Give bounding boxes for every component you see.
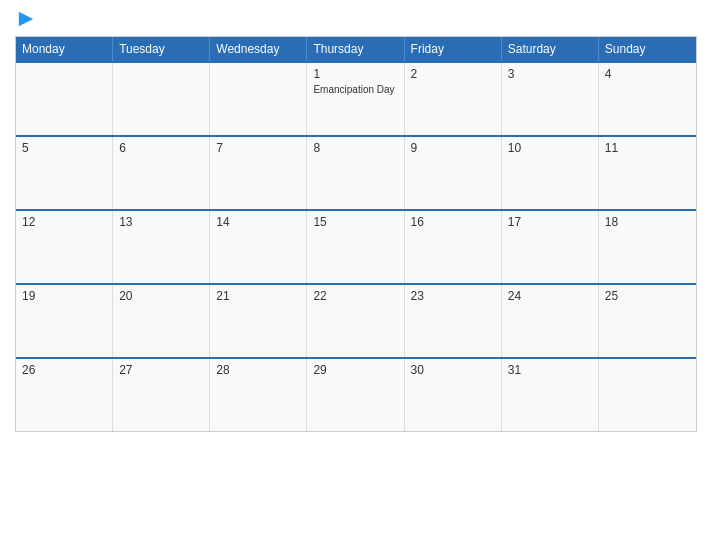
day-cell — [599, 359, 696, 431]
day-cell: 1Emancipation Day — [307, 63, 404, 135]
logo-flag-icon — [17, 10, 35, 28]
day-number: 7 — [216, 141, 300, 155]
day-cell: 31 — [502, 359, 599, 431]
day-number: 8 — [313, 141, 397, 155]
day-cell: 14 — [210, 211, 307, 283]
day-cell — [16, 63, 113, 135]
day-cell: 4 — [599, 63, 696, 135]
day-header-sunday: Sunday — [599, 37, 696, 61]
day-cell: 13 — [113, 211, 210, 283]
day-number: 23 — [411, 289, 495, 303]
day-cell: 25 — [599, 285, 696, 357]
day-cell: 2 — [405, 63, 502, 135]
day-number: 27 — [119, 363, 203, 377]
day-number: 6 — [119, 141, 203, 155]
day-number: 16 — [411, 215, 495, 229]
week-row-4: 19202122232425 — [16, 283, 696, 357]
day-number: 26 — [22, 363, 106, 377]
day-number: 25 — [605, 289, 690, 303]
day-cell: 5 — [16, 137, 113, 209]
logo — [15, 10, 35, 28]
week-row-5: 262728293031 — [16, 357, 696, 431]
day-number: 12 — [22, 215, 106, 229]
day-number: 30 — [411, 363, 495, 377]
day-cell: 16 — [405, 211, 502, 283]
day-cell: 22 — [307, 285, 404, 357]
day-number: 19 — [22, 289, 106, 303]
day-number: 9 — [411, 141, 495, 155]
day-number: 13 — [119, 215, 203, 229]
day-number: 14 — [216, 215, 300, 229]
week-row-1: 1Emancipation Day234 — [16, 61, 696, 135]
calendar: MondayTuesdayWednesdayThursdayFridaySatu… — [15, 36, 697, 432]
day-number: 10 — [508, 141, 592, 155]
day-number: 28 — [216, 363, 300, 377]
day-cell: 11 — [599, 137, 696, 209]
day-cell: 30 — [405, 359, 502, 431]
day-number: 22 — [313, 289, 397, 303]
day-cell: 29 — [307, 359, 404, 431]
day-cell: 9 — [405, 137, 502, 209]
calendar-body: 1Emancipation Day23456789101112131415161… — [16, 61, 696, 431]
day-header-monday: Monday — [16, 37, 113, 61]
day-cell: 21 — [210, 285, 307, 357]
day-cell: 24 — [502, 285, 599, 357]
day-cell — [210, 63, 307, 135]
day-number: 24 — [508, 289, 592, 303]
day-number: 1 — [313, 67, 397, 81]
day-number: 11 — [605, 141, 690, 155]
day-cell: 3 — [502, 63, 599, 135]
day-number: 18 — [605, 215, 690, 229]
day-header-thursday: Thursday — [307, 37, 404, 61]
day-header-tuesday: Tuesday — [113, 37, 210, 61]
week-row-3: 12131415161718 — [16, 209, 696, 283]
day-number: 29 — [313, 363, 397, 377]
svg-marker-0 — [19, 12, 33, 26]
day-number: 2 — [411, 67, 495, 81]
calendar-page: MondayTuesdayWednesdayThursdayFridaySatu… — [0, 0, 712, 550]
holiday-label: Emancipation Day — [313, 83, 397, 96]
day-cell: 6 — [113, 137, 210, 209]
day-cell: 15 — [307, 211, 404, 283]
day-cell: 26 — [16, 359, 113, 431]
day-cell: 27 — [113, 359, 210, 431]
day-number: 20 — [119, 289, 203, 303]
day-number: 17 — [508, 215, 592, 229]
day-cell: 8 — [307, 137, 404, 209]
day-header-saturday: Saturday — [502, 37, 599, 61]
day-number: 4 — [605, 67, 690, 81]
day-number: 21 — [216, 289, 300, 303]
day-cell: 17 — [502, 211, 599, 283]
day-header-wednesday: Wednesday — [210, 37, 307, 61]
day-number: 5 — [22, 141, 106, 155]
day-cell: 23 — [405, 285, 502, 357]
page-header — [15, 10, 697, 28]
week-row-2: 567891011 — [16, 135, 696, 209]
day-headers-row: MondayTuesdayWednesdayThursdayFridaySatu… — [16, 37, 696, 61]
day-number: 31 — [508, 363, 592, 377]
day-cell: 18 — [599, 211, 696, 283]
day-number: 3 — [508, 67, 592, 81]
day-header-friday: Friday — [405, 37, 502, 61]
day-cell: 28 — [210, 359, 307, 431]
day-cell: 20 — [113, 285, 210, 357]
day-cell — [113, 63, 210, 135]
day-cell: 19 — [16, 285, 113, 357]
day-cell: 7 — [210, 137, 307, 209]
day-number: 15 — [313, 215, 397, 229]
day-cell: 10 — [502, 137, 599, 209]
day-cell: 12 — [16, 211, 113, 283]
